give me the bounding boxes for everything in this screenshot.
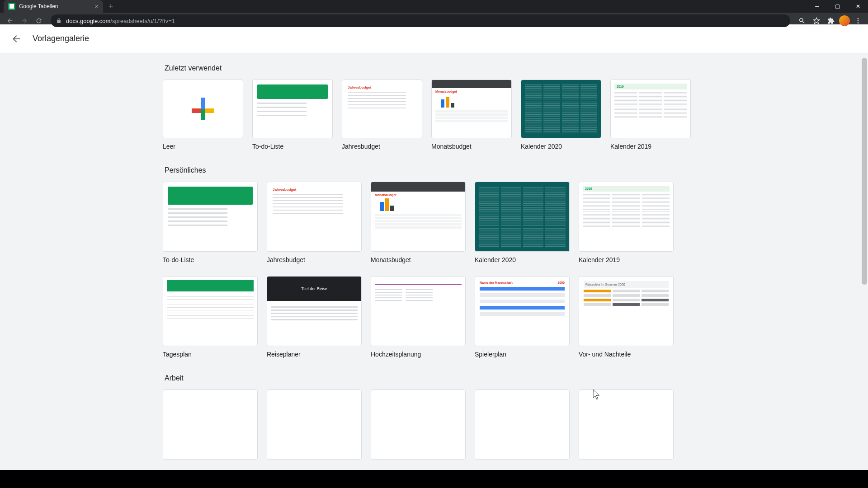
template-label: Reiseplaner <box>267 351 362 358</box>
template-placeholder[interactable] <box>163 389 258 460</box>
template-pros-cons[interactable]: Reiseziele im Sommer 2000 Vor- und Nacht… <box>579 276 674 358</box>
section-work: Arbeit <box>163 374 705 460</box>
template-label: Kalender 2019 <box>610 143 691 150</box>
zoom-icon[interactable] <box>796 14 808 27</box>
template-placeholder[interactable] <box>475 389 570 460</box>
template-label: Kalender 2020 <box>521 143 601 150</box>
section-personal: Persönliches To-do-Liste Jahresbudget <box>163 166 705 358</box>
browser-toolbar: docs.google.com/spreadsheets/u/1/?ftv=1 <box>0 13 868 29</box>
plus-icon <box>192 98 214 120</box>
svg-point-1 <box>858 20 859 22</box>
back-arrow-icon[interactable] <box>11 33 22 44</box>
browser-chrome: Google Tabellen × + ─ ▢ ✕ docs.google.co… <box>0 0 868 24</box>
address-bar[interactable]: docs.google.com/spreadsheets/u/1/?ftv=1 <box>51 14 790 27</box>
url-text: docs.google.com/spreadsheets/u/1/?ftv=1 <box>66 18 175 24</box>
scrollbar[interactable] <box>861 58 868 470</box>
template-calendar-2019[interactable]: 2019 Kalender 2019 <box>610 80 691 150</box>
template-day-plan[interactable]: Tagesplan <box>163 276 258 358</box>
svg-point-2 <box>858 22 859 23</box>
template-travel-planner[interactable]: Titel der Reise Reiseplaner <box>267 276 362 358</box>
extensions-icon[interactable] <box>825 14 837 27</box>
back-button[interactable] <box>4 14 16 27</box>
close-window-button[interactable]: ✕ <box>848 0 868 13</box>
menu-icon[interactable] <box>852 14 864 27</box>
template-blank[interactable]: Leer <box>163 80 243 150</box>
forward-button[interactable] <box>18 14 31 27</box>
template-label: Jahresbudget <box>267 256 362 263</box>
template-label: Tagesplan <box>163 351 258 358</box>
scrollbar-thumb[interactable] <box>862 58 867 285</box>
template-label: To-do-Liste <box>163 256 258 263</box>
page-title: Vorlagengalerie <box>33 34 89 43</box>
reload-button[interactable] <box>33 14 45 27</box>
minimize-button[interactable]: ─ <box>807 0 827 13</box>
section-title-personal: Persönliches <box>163 166 705 174</box>
lock-icon <box>56 18 61 23</box>
toolbar-right <box>796 14 864 27</box>
section-title-work: Arbeit <box>163 374 705 382</box>
bookmark-icon[interactable] <box>810 14 823 27</box>
template-label: To-do-Liste <box>252 143 333 150</box>
sheets-icon <box>8 3 15 10</box>
content-area: Zuletzt verwendet Leer <box>0 53 868 488</box>
svg-point-0 <box>858 18 859 19</box>
taskbar[interactable] <box>0 470 868 488</box>
tab-title: Google Tabellen <box>19 3 58 9</box>
section-title-recent: Zuletzt verwendet <box>163 64 705 72</box>
template-wedding-plan[interactable]: Hochzeitsplanung <box>371 276 466 358</box>
template-todo[interactable]: To-do-Liste <box>252 80 333 150</box>
template-label: Monatsbudget <box>431 143 512 150</box>
template-label: Monatsbudget <box>371 256 466 263</box>
template-monthly-budget[interactable]: Monatsbudget Monatsbudget <box>371 182 466 263</box>
template-annual-budget[interactable]: Jahresbudget Jahresbudget <box>267 182 362 263</box>
template-label: Kalender 2020 <box>475 256 570 263</box>
template-label: Kalender 2019 <box>579 256 674 263</box>
tab-bar: Google Tabellen × + ─ ▢ ✕ <box>0 0 868 13</box>
template-placeholder[interactable] <box>579 389 674 460</box>
template-label: Jahresbudget <box>342 143 422 150</box>
page-header: Vorlagengalerie <box>0 24 868 53</box>
template-gallery: Zuletzt verwendet Leer <box>0 53 868 488</box>
template-calendar-2019[interactable]: 2019 Kalender 2019 <box>579 182 674 263</box>
template-annual-budget[interactable]: Jahresbudget Jahresbudget <box>342 80 422 150</box>
window-controls: ─ ▢ ✕ <box>807 0 868 13</box>
template-label: Vor- und Nachteile <box>579 351 674 358</box>
template-calendar-2020[interactable]: Kalender 2020 <box>521 80 601 150</box>
maximize-button[interactable]: ▢ <box>827 0 848 13</box>
browser-tab[interactable]: Google Tabellen × <box>4 0 103 13</box>
avatar[interactable] <box>839 15 850 26</box>
template-placeholder[interactable] <box>371 389 466 460</box>
close-icon[interactable]: × <box>95 3 99 10</box>
template-todo[interactable]: To-do-Liste <box>163 182 258 263</box>
template-label: Spielerplan <box>475 351 570 358</box>
template-label: Leer <box>163 143 243 150</box>
template-player-plan[interactable]: Name der Mannschaft2000 Spielerplan <box>475 276 570 358</box>
template-placeholder[interactable] <box>267 389 362 460</box>
section-recent: Zuletzt verwendet Leer <box>163 64 705 150</box>
template-label: Hochzeitsplanung <box>371 351 466 358</box>
new-tab-button[interactable]: + <box>108 2 113 11</box>
template-monthly-budget[interactable]: Monatsbudget Monatsbudget <box>431 80 512 150</box>
template-calendar-2020[interactable]: Kalender 2020 <box>475 182 570 263</box>
